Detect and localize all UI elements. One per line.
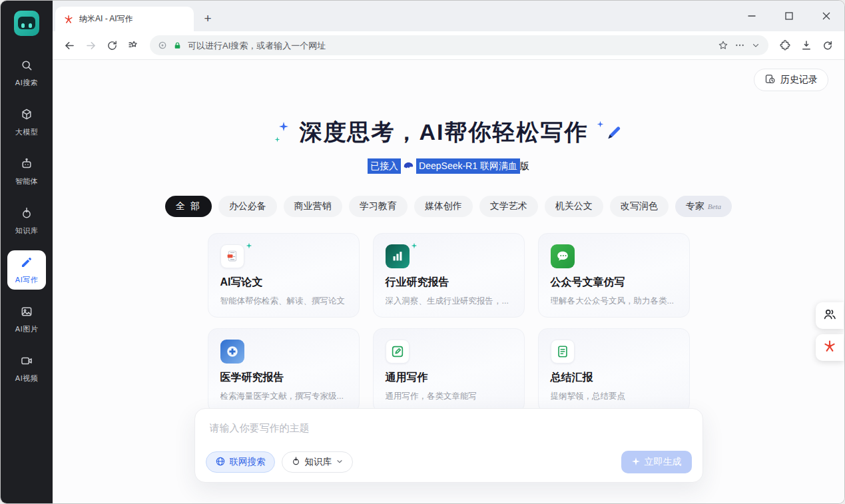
sparkle-icon xyxy=(246,242,252,249)
sidebar-item-ai-writing[interactable]: AI写作 xyxy=(7,250,46,290)
back-icon[interactable] xyxy=(59,35,79,55)
card-title: 公众号文章仿写 xyxy=(551,276,677,290)
sparkle-icon xyxy=(631,457,641,468)
category-all[interactable]: 全 部 xyxy=(165,196,212,217)
web-search-toggle[interactable]: 联网搜索 xyxy=(206,451,275,473)
subtitle-highlight: DeepSeek-R1 联网满血 xyxy=(416,158,520,174)
sidebar-nav: AI搜索 大模型 智能体 知识库 xyxy=(7,53,46,388)
logo-eye xyxy=(29,23,32,28)
sidebar-item-big-model[interactable]: 大模型 xyxy=(7,103,46,142)
sidebar-item-ai-search[interactable]: AI搜索 xyxy=(7,53,46,93)
document-pdf-icon xyxy=(220,244,244,268)
secure-lock-icon[interactable] xyxy=(173,41,182,50)
edge-toolbar xyxy=(816,302,844,361)
more-options-icon[interactable] xyxy=(734,40,745,51)
history-button[interactable]: 历史记录 xyxy=(754,69,828,91)
green-pencil-icon xyxy=(386,340,410,364)
sidebar-item-label: 大模型 xyxy=(15,127,39,137)
deepseek-whale-icon xyxy=(403,161,414,171)
web-search-label: 联网搜索 xyxy=(230,456,266,468)
category-tabs: 全 部 办公必备 商业营销 学习教育 媒体创作 文学艺术 机关公文 改写润色 专… xyxy=(53,196,844,217)
template-card-grid: AI写论文 智能体帮你检索、解读、撰写论文 行业研究报告 深入洞察、生成行业研究… xyxy=(208,233,690,413)
card-desc: 检索海量医学文献，撰写专家级... xyxy=(220,391,347,402)
address-bar[interactable] xyxy=(150,35,768,55)
users-compare-button[interactable] xyxy=(816,302,844,329)
card-title: 医学研究报告 xyxy=(220,371,347,385)
restore-session-icon[interactable] xyxy=(818,35,838,55)
card-title: AI写论文 xyxy=(220,276,347,290)
history-button-label: 历史记录 xyxy=(780,74,818,86)
card-desc: 智能体帮你检索、解读、撰写论文 xyxy=(220,296,347,307)
video-camera-icon xyxy=(20,354,33,370)
sidebar-item-label: AI图片 xyxy=(15,324,38,334)
logo-eye xyxy=(21,23,25,28)
card-industry-report[interactable]: 行业研究报告 深入洞察、生成行业研究报告，... xyxy=(373,233,525,318)
card-summary-report[interactable]: 总结汇报 提纲挈领，总结要点 xyxy=(538,328,690,413)
composer-toolbar: 联网搜索 知识库 立即生成 xyxy=(206,451,692,473)
window-controls xyxy=(743,1,835,31)
sidebar-item-ai-image[interactable]: AI图片 xyxy=(7,300,46,339)
category-official-docs[interactable]: 机关公文 xyxy=(545,196,603,217)
topic-input[interactable] xyxy=(210,422,688,433)
card-general-writing[interactable]: 通用写作 通用写作，各类文章能写 xyxy=(373,328,525,413)
minimize-icon[interactable] xyxy=(743,7,760,25)
card-title: 总结汇报 xyxy=(551,371,677,385)
card-ai-thesis[interactable]: AI写论文 智能体帮你检索、解读、撰写论文 xyxy=(208,233,360,318)
maximize-icon[interactable] xyxy=(780,7,798,25)
report-doc-icon xyxy=(551,340,575,364)
new-tab-button[interactable]: + xyxy=(198,9,218,29)
extensions-puzzle-icon[interactable] xyxy=(775,35,795,55)
category-education[interactable]: 学习教育 xyxy=(349,196,408,217)
bar-chart-icon xyxy=(386,244,410,268)
address-input[interactable] xyxy=(188,41,712,51)
card-desc: 深入洞察、生成行业研究报告，... xyxy=(386,296,512,307)
sidebar-item-label: AI搜索 xyxy=(15,78,38,88)
history-clock-icon xyxy=(764,73,776,87)
category-marketing[interactable]: 商业营销 xyxy=(284,196,342,217)
category-expert[interactable]: 专家 Beta xyxy=(675,196,732,217)
tab-strip: 纳米AI - AI写作 + xyxy=(53,1,844,31)
knowledge-base-selector[interactable]: 知识库 xyxy=(282,451,354,473)
hero: 深度思考，AI帮你轻松写作 xyxy=(53,117,844,148)
sidebar-item-agents[interactable]: 智能体 xyxy=(7,152,46,191)
browser-toolbar xyxy=(53,31,844,60)
card-wechat-article[interactable]: 公众号文章仿写 理解各大公众号文风，助力各类... xyxy=(538,233,690,318)
globe-icon xyxy=(215,456,226,469)
writing-composer: 联网搜索 知识库 立即生成 xyxy=(194,408,703,483)
card-desc: 通用写作，各类文章能写 xyxy=(386,391,512,402)
subtitle-highlight: 已接入 xyxy=(368,158,401,174)
sidebar-item-knowledge-base[interactable]: 知识库 xyxy=(7,201,46,240)
generate-button[interactable]: 立即生成 xyxy=(621,451,692,473)
ai-writing-page: 历史记录 深度思考，AI帮你轻松写作 已接入 DeepSeek-R1 联网满血 … xyxy=(53,60,844,503)
category-office[interactable]: 办公必备 xyxy=(218,196,277,217)
card-title: 行业研究报告 xyxy=(386,276,512,290)
bookmarks-star-icon[interactable] xyxy=(123,35,143,55)
category-media[interactable]: 媒体创作 xyxy=(414,196,473,217)
app-sidebar: AI搜索 大模型 智能体 知识库 xyxy=(1,1,53,503)
image-icon xyxy=(20,305,33,321)
nano-ai-logo-icon xyxy=(822,339,837,356)
chevron-down-icon[interactable] xyxy=(751,41,760,50)
knowledge-import-icon xyxy=(20,206,33,222)
category-rewrite[interactable]: 改写润色 xyxy=(610,196,669,217)
tab-nano-ai-writing[interactable]: 纳米AI - AI写作 xyxy=(55,7,194,31)
pencil-icon xyxy=(20,256,33,272)
category-literature[interactable]: 文学艺术 xyxy=(479,196,538,217)
card-title: 通用写作 xyxy=(386,371,512,385)
reload-icon[interactable] xyxy=(102,35,122,55)
nano-ai-favicon-icon xyxy=(63,14,74,25)
site-info-icon[interactable] xyxy=(158,41,167,50)
model-subtitle: 已接入 DeepSeek-R1 联网满血 版 xyxy=(53,158,844,174)
nano-ai-assistant-button[interactable] xyxy=(816,334,844,361)
page-title: 深度思考，AI帮你轻松写作 xyxy=(300,117,589,148)
sidebar-item-label: 知识库 xyxy=(15,226,39,236)
sparkle-icon xyxy=(411,242,418,249)
favorite-star-icon[interactable] xyxy=(718,40,728,51)
forward-icon[interactable] xyxy=(81,35,101,55)
app-logo[interactable] xyxy=(14,11,39,36)
card-medical-report[interactable]: 医学研究报告 检索海量医学文献，撰写专家级... xyxy=(208,328,360,413)
close-icon[interactable] xyxy=(818,7,835,25)
sidebar-item-ai-video[interactable]: AI视频 xyxy=(7,349,46,388)
card-desc: 理解各大公众号文风，助力各类... xyxy=(551,296,677,307)
download-icon[interactable] xyxy=(796,35,816,55)
